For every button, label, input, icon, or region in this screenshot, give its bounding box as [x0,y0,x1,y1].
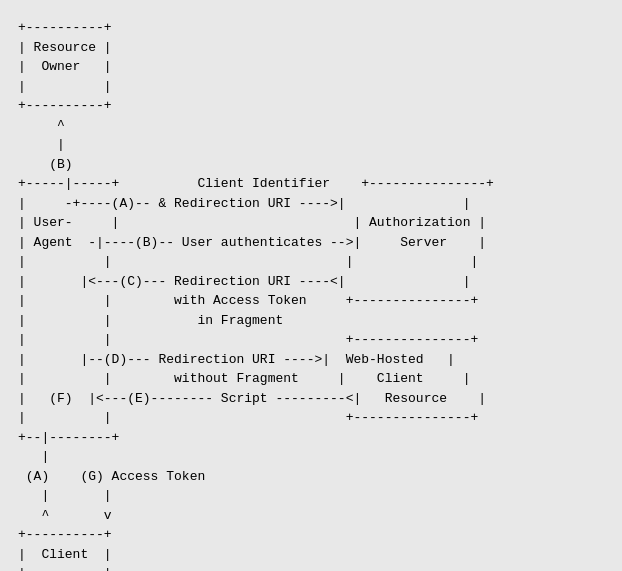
diagram-container: +----------+ | Resource | | Owner | | | … [10,10,612,571]
